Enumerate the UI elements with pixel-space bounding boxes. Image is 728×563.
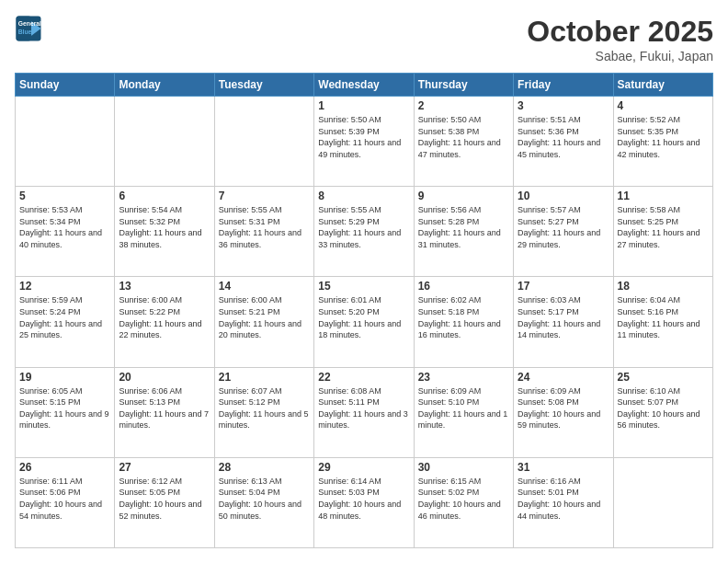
day-number: 29: [318, 461, 409, 474]
subtitle: Sabae, Fukui, Japan: [527, 49, 713, 63]
day-info: Sunrise: 6:16 AMSunset: 5:01 PMDaylight:…: [518, 476, 609, 522]
day-info: Sunrise: 6:15 AMSunset: 5:02 PMDaylight:…: [418, 476, 509, 522]
week-row: 19Sunrise: 6:05 AMSunset: 5:15 PMDayligh…: [16, 367, 713, 457]
calendar-cell: 25Sunrise: 6:10 AMSunset: 5:07 PMDayligh…: [613, 367, 712, 457]
calendar-cell: 28Sunrise: 6:13 AMSunset: 5:04 PMDayligh…: [214, 457, 313, 547]
calendar-cell: 18Sunrise: 6:04 AMSunset: 5:16 PMDayligh…: [613, 277, 712, 367]
day-number: 30: [418, 461, 509, 474]
day-number: 6: [119, 190, 210, 202]
calendar-cell: 23Sunrise: 6:09 AMSunset: 5:10 PMDayligh…: [414, 367, 513, 457]
calendar-cell: 19Sunrise: 6:05 AMSunset: 5:15 PMDayligh…: [16, 367, 115, 457]
calendar-cell: 11Sunrise: 5:58 AMSunset: 5:25 PMDayligh…: [613, 187, 712, 277]
day-number: 19: [19, 371, 110, 384]
day-info: Sunrise: 5:54 AMSunset: 5:32 PMDaylight:…: [119, 204, 210, 250]
day-number: 27: [119, 461, 210, 474]
calendar-cell: 16Sunrise: 6:02 AMSunset: 5:18 PMDayligh…: [414, 277, 513, 367]
day-info: Sunrise: 5:50 AMSunset: 5:38 PMDaylight:…: [418, 114, 509, 160]
day-info: Sunrise: 5:55 AMSunset: 5:31 PMDaylight:…: [219, 204, 310, 250]
day-number: 15: [318, 280, 409, 293]
day-number: 11: [618, 190, 709, 202]
calendar-cell: 27Sunrise: 6:12 AMSunset: 5:05 PMDayligh…: [115, 457, 214, 547]
day-number: 17: [518, 280, 609, 293]
calendar-cell: 17Sunrise: 6:03 AMSunset: 5:17 PMDayligh…: [514, 277, 613, 367]
calendar-cell: 5Sunrise: 5:53 AMSunset: 5:34 PMDaylight…: [16, 187, 115, 277]
day-number: 3: [518, 99, 609, 112]
header: General Blue October 2025 Sabae, Fukui, …: [15, 15, 713, 63]
calendar-cell: 30Sunrise: 6:15 AMSunset: 5:02 PMDayligh…: [414, 457, 513, 547]
calendar-page: General Blue October 2025 Sabae, Fukui, …: [0, 0, 728, 563]
logo: General Blue: [15, 15, 46, 42]
day-info: Sunrise: 6:13 AMSunset: 5:04 PMDaylight:…: [219, 476, 310, 522]
svg-text:Blue: Blue: [18, 29, 32, 35]
day-header: Thursday: [414, 74, 513, 97]
day-info: Sunrise: 5:59 AMSunset: 5:24 PMDaylight:…: [19, 294, 110, 340]
title-area: October 2025 Sabae, Fukui, Japan: [527, 15, 713, 63]
calendar-cell: 1Sunrise: 5:50 AMSunset: 5:39 PMDaylight…: [314, 97, 414, 187]
calendar-cell: 24Sunrise: 6:09 AMSunset: 5:08 PMDayligh…: [514, 367, 613, 457]
day-number: 22: [318, 371, 409, 384]
day-number: 7: [219, 190, 310, 202]
day-number: 31: [518, 461, 609, 474]
day-info: Sunrise: 6:07 AMSunset: 5:12 PMDaylight:…: [219, 385, 310, 431]
week-row: 12Sunrise: 5:59 AMSunset: 5:24 PMDayligh…: [16, 277, 713, 367]
day-number: 21: [219, 371, 310, 384]
day-info: Sunrise: 6:11 AMSunset: 5:06 PMDaylight:…: [19, 476, 110, 522]
day-header: Sunday: [16, 74, 115, 97]
calendar-cell: [613, 457, 712, 547]
day-number: 26: [19, 461, 110, 474]
day-info: Sunrise: 6:06 AMSunset: 5:13 PMDaylight:…: [119, 385, 210, 431]
calendar-cell: 14Sunrise: 6:00 AMSunset: 5:21 PMDayligh…: [214, 277, 313, 367]
day-info: Sunrise: 6:14 AMSunset: 5:03 PMDaylight:…: [318, 476, 409, 522]
day-number: 4: [618, 99, 709, 112]
calendar-cell: 7Sunrise: 5:55 AMSunset: 5:31 PMDaylight…: [214, 187, 313, 277]
calendar-cell: 13Sunrise: 6:00 AMSunset: 5:22 PMDayligh…: [115, 277, 214, 367]
day-header: Wednesday: [314, 74, 414, 97]
day-number: 13: [119, 280, 210, 293]
calendar-cell: 21Sunrise: 6:07 AMSunset: 5:12 PMDayligh…: [214, 367, 313, 457]
calendar-cell: 26Sunrise: 6:11 AMSunset: 5:06 PMDayligh…: [16, 457, 115, 547]
calendar-table: SundayMondayTuesdayWednesdayThursdayFrid…: [15, 73, 713, 548]
week-row: 5Sunrise: 5:53 AMSunset: 5:34 PMDaylight…: [16, 187, 713, 277]
logo-icon: General Blue: [15, 15, 42, 42]
day-number: 2: [418, 99, 509, 112]
day-number: 12: [19, 280, 110, 293]
svg-text:General: General: [18, 20, 41, 27]
day-number: 25: [618, 371, 709, 384]
calendar-cell: [115, 97, 214, 187]
day-info: Sunrise: 6:10 AMSunset: 5:07 PMDaylight:…: [618, 385, 709, 431]
day-number: 23: [418, 371, 509, 384]
day-info: Sunrise: 6:02 AMSunset: 5:18 PMDaylight:…: [418, 294, 509, 340]
day-number: 9: [418, 190, 509, 202]
day-info: Sunrise: 5:55 AMSunset: 5:29 PMDaylight:…: [318, 204, 409, 250]
day-number: 24: [518, 371, 609, 384]
calendar-cell: 3Sunrise: 5:51 AMSunset: 5:36 PMDaylight…: [514, 97, 613, 187]
day-info: Sunrise: 6:08 AMSunset: 5:11 PMDaylight:…: [318, 385, 409, 431]
day-number: 8: [318, 190, 409, 202]
month-title: October 2025: [527, 15, 713, 49]
week-row: 1Sunrise: 5:50 AMSunset: 5:39 PMDaylight…: [16, 97, 713, 187]
day-number: 14: [219, 280, 310, 293]
calendar-cell: 29Sunrise: 6:14 AMSunset: 5:03 PMDayligh…: [314, 457, 414, 547]
day-number: 20: [119, 371, 210, 384]
calendar-cell: 20Sunrise: 6:06 AMSunset: 5:13 PMDayligh…: [115, 367, 214, 457]
day-info: Sunrise: 6:00 AMSunset: 5:22 PMDaylight:…: [119, 294, 210, 340]
calendar-cell: [214, 97, 313, 187]
calendar-cell: 15Sunrise: 6:01 AMSunset: 5:20 PMDayligh…: [314, 277, 414, 367]
day-info: Sunrise: 6:01 AMSunset: 5:20 PMDaylight:…: [318, 294, 409, 340]
week-row: 26Sunrise: 6:11 AMSunset: 5:06 PMDayligh…: [16, 457, 713, 547]
day-info: Sunrise: 5:52 AMSunset: 5:35 PMDaylight:…: [618, 114, 709, 160]
header-row: SundayMondayTuesdayWednesdayThursdayFrid…: [16, 74, 713, 97]
day-info: Sunrise: 6:12 AMSunset: 5:05 PMDaylight:…: [119, 476, 210, 522]
day-info: Sunrise: 5:58 AMSunset: 5:25 PMDaylight:…: [618, 204, 709, 250]
calendar-cell: 22Sunrise: 6:08 AMSunset: 5:11 PMDayligh…: [314, 367, 414, 457]
day-number: 18: [618, 280, 709, 293]
calendar-cell: 31Sunrise: 6:16 AMSunset: 5:01 PMDayligh…: [514, 457, 613, 547]
calendar-cell: 9Sunrise: 5:56 AMSunset: 5:28 PMDaylight…: [414, 187, 513, 277]
day-header: Saturday: [613, 74, 712, 97]
calendar-cell: 8Sunrise: 5:55 AMSunset: 5:29 PMDaylight…: [314, 187, 414, 277]
calendar-cell: 6Sunrise: 5:54 AMSunset: 5:32 PMDaylight…: [115, 187, 214, 277]
day-header: Tuesday: [214, 74, 313, 97]
day-info: Sunrise: 5:50 AMSunset: 5:39 PMDaylight:…: [318, 114, 409, 160]
calendar-cell: [16, 97, 115, 187]
day-info: Sunrise: 5:56 AMSunset: 5:28 PMDaylight:…: [418, 204, 509, 250]
